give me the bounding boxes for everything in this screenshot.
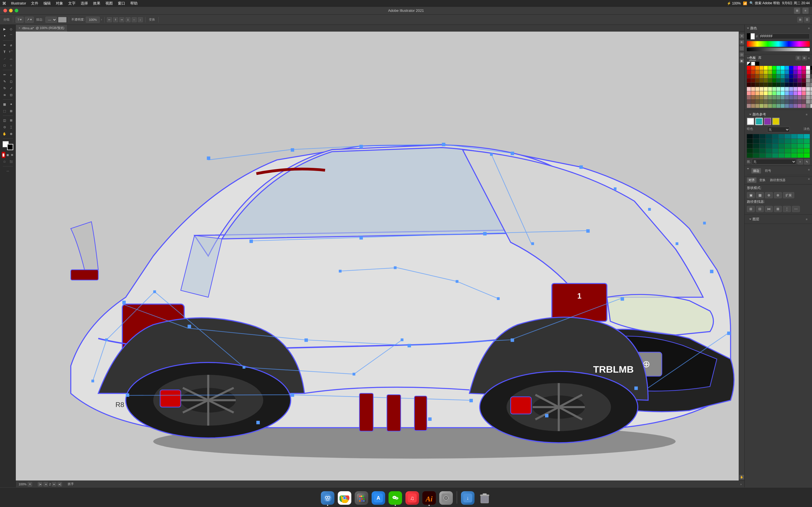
gradient-mode-btn[interactable]: ▦ (6, 152, 10, 158)
arc-tool[interactable]: ⌓ (8, 55, 14, 62)
blob-brush-tool[interactable]: ⌀ (8, 71, 14, 78)
scale-tool[interactable]: ⤢ (8, 85, 14, 91)
rectangle-tool[interactable]: □ (2, 62, 8, 68)
close-button[interactable] (3, 9, 7, 12)
erase-tool[interactable]: ◻ (8, 78, 14, 84)
tools-divider-4 (3, 115, 13, 116)
stroke-swatch[interactable] (7, 144, 13, 150)
lasso-tool[interactable]: ⌒ (8, 33, 14, 39)
tab-close-btn[interactable]: × (18, 26, 20, 30)
full-mode-btn[interactable]: ⬛ (8, 159, 14, 165)
canvas-container[interactable]: ☀ 👁 ⬚ ⊡ ▣ ✋ (16, 32, 406, 253)
tab-info: @ 100% (RGB/预览) (36, 26, 64, 30)
magic-lasso-group: ✦ ⌒ (2, 33, 14, 39)
toolbar-sep-3 (104, 17, 105, 22)
tab-filename: r8lms.ai* (22, 26, 34, 30)
toolbar-sep-5 (158, 17, 159, 22)
stroke-mode-btn[interactable]: ↗ ▾ (25, 17, 34, 23)
svg-rect-29 (291, 148, 294, 152)
tools-panel: ▶ ◇ ✦ ⌒ ✒ ⌀ T T⌒ ⟋ ⌓ □ ○ (0, 25, 16, 253)
screen-mode-group: □ ⬛ (2, 159, 14, 165)
menu-object[interactable]: 对象 (54, 0, 65, 6)
svg-rect-35 (359, 236, 363, 239)
paintbrush-tool[interactable]: ✏ (2, 71, 8, 78)
curvature-tool[interactable]: ⌀ (8, 42, 14, 48)
mesh-tool[interactable]: ⊞ (8, 117, 14, 123)
menu-help[interactable]: 帮助 (128, 0, 140, 6)
magic-wand-tool[interactable]: ✦ (2, 33, 8, 39)
opacity-arrow[interactable]: › (101, 18, 102, 21)
menu-file[interactable]: 文件 (29, 0, 40, 6)
menu-view[interactable]: 视图 (103, 0, 115, 6)
type-group: T T⌒ (2, 49, 14, 55)
measure-tool[interactable]: ⌶ (8, 124, 14, 130)
align-left-btn[interactable]: ⇐ (107, 17, 112, 22)
perspective-tool[interactable]: ⊞ (8, 108, 14, 114)
line-tool[interactable]: ⟋ (2, 55, 8, 62)
transform-label: 变换 (148, 17, 156, 22)
toolbar: 分组 ? ▾ ↗ ▾ 描边: — 不透明度: › ⇐ ⇑ ⇒ ⇓ ↔ ↕ 变换 … (0, 15, 406, 25)
align-top-btn[interactable]: ⇑ (113, 17, 118, 22)
menu-effect[interactable]: 效果 (91, 0, 102, 6)
pen-tool[interactable]: ✒ (2, 42, 8, 48)
menu-window[interactable]: 窗口 (116, 0, 127, 6)
type-tool[interactable]: T (2, 49, 8, 55)
align-center-v-btn[interactable]: ↕ (138, 17, 143, 22)
tools-divider-2 (3, 70, 13, 70)
selection-tool[interactable]: ▶ (2, 26, 8, 32)
artboard-tool[interactable]: ⬚ (2, 108, 8, 114)
more-tools-btn[interactable]: ··· (2, 168, 14, 174)
stroke-select[interactable]: — (45, 17, 57, 23)
column-graph-tool[interactable]: ▦ (2, 101, 8, 107)
line-shape-group: ⟋ ⌓ (2, 55, 14, 62)
gradient-tool[interactable]: ◫ (2, 117, 8, 123)
brush-group: ✏ ⌀ (2, 71, 14, 78)
pencil-erase-group: ✎ ◻ (2, 78, 14, 84)
eyedropper-measure-group: ⊙ ⌶ (2, 124, 14, 130)
traffic-lights (3, 9, 18, 12)
direct-select-tool[interactable]: ◇ (8, 26, 14, 32)
svg-rect-30 (359, 145, 363, 148)
artboard-perspective-group: ⬚ ⊞ (2, 108, 14, 114)
zoom-tool[interactable]: ⊕ (8, 131, 14, 137)
fill-stroke-indicator[interactable] (3, 141, 13, 150)
tool-options-btn[interactable]: ? ▾ (15, 17, 24, 23)
align-bottom-btn[interactable]: ⇓ (125, 17, 131, 22)
align-center-h-btn[interactable]: ↔ (132, 17, 137, 22)
hand-zoom-group: ✋ ⊕ (2, 131, 14, 137)
toolbar-sep-4 (145, 17, 146, 22)
hand-tool[interactable]: ✋ (2, 131, 8, 137)
symbol-tool[interactable]: ✦ (8, 101, 14, 107)
stroke-icon: ↗ (27, 18, 29, 21)
warp-tool[interactable]: ≋ (2, 92, 8, 98)
pencil-tool[interactable]: ✎ (2, 78, 8, 84)
menu-select[interactable]: 选择 (79, 0, 90, 6)
artboard: ⊕⊕⊕⊕ 1 1 R8 LMS (16, 32, 406, 253)
document-tab[interactable]: × r8lms.ai* @ 100% (RGB/预览) (16, 25, 67, 32)
type-on-path[interactable]: T⌒ (8, 49, 14, 55)
graph-symbol-group: ▦ ✦ (2, 101, 14, 107)
minimize-button[interactable] (9, 9, 13, 12)
menu-edit[interactable]: 编辑 (42, 0, 53, 6)
rect-ellipse-group: □ ○ (2, 62, 14, 68)
fill-color-box[interactable] (58, 17, 66, 22)
apple-menu[interactable]: ⌘ (2, 1, 6, 6)
align-right-btn[interactable]: ⇒ (119, 17, 124, 22)
color-mode-btn[interactable]: █ (2, 152, 5, 158)
ellipse-tool[interactable]: ○ (8, 62, 14, 68)
rotate-tool[interactable]: ↻ (2, 85, 8, 91)
free-transform-tool[interactable]: ⊡ (8, 92, 14, 98)
menu-illustrator[interactable]: Illustrator (9, 1, 28, 6)
stroke-label: 描边: (35, 17, 44, 22)
maximize-button[interactable] (15, 9, 18, 12)
group-label: 分组 (2, 17, 11, 22)
none-mode-btn[interactable]: ⊠ (10, 152, 14, 158)
document-tab-bar: × r8lms.ai* @ 100% (RGB/预览) (16, 25, 406, 32)
eyedropper-tool[interactable]: ⊙ (2, 124, 8, 130)
opacity-input[interactable] (86, 17, 100, 23)
pen-group: ✒ ⌀ (2, 42, 14, 48)
tools-divider-5 (3, 138, 13, 138)
menu-type[interactable]: 文字 (66, 0, 78, 6)
toolbar-sep-2 (69, 17, 69, 22)
normal-mode-btn[interactable]: □ (2, 159, 8, 165)
